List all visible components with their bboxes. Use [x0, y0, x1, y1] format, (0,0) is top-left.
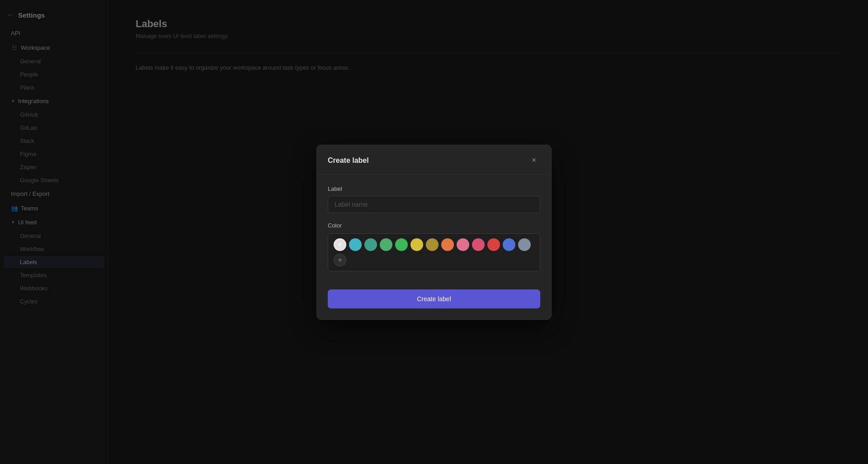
color-option-green[interactable] — [395, 238, 408, 251]
color-option-green-light[interactable] — [380, 238, 392, 251]
main-content: Labels Manage team Ui feed label setting… — [108, 0, 868, 464]
color-dots-container: ✓ — [334, 238, 531, 251]
label-field-label: Label — [328, 185, 540, 192]
color-option-rose[interactable] — [472, 238, 485, 251]
label-name-input[interactable] — [328, 196, 540, 213]
color-option-yellow[interactable] — [410, 238, 423, 251]
modal-header: Create label × — [317, 145, 551, 175]
selected-check: ✓ — [338, 241, 342, 248]
color-option-white[interactable]: ✓ — [334, 238, 346, 251]
modal-close-button[interactable]: × — [528, 154, 540, 167]
color-option-orange[interactable] — [441, 238, 454, 251]
create-label-button[interactable]: Create label — [328, 289, 540, 308]
color-option-cyan[interactable] — [349, 238, 362, 251]
add-custom-color-button[interactable]: + — [334, 254, 346, 266]
color-option-gold[interactable] — [426, 238, 439, 251]
modal-body: Label Color ✓ + — [317, 175, 551, 282]
modal-overlay: Create label × Label Color ✓ + Create la… — [108, 0, 868, 464]
modal-title: Create label — [328, 156, 369, 165]
color-option-pink[interactable] — [457, 238, 469, 251]
color-option-blue[interactable] — [503, 238, 515, 251]
color-option-red[interactable] — [487, 238, 500, 251]
create-label-modal: Create label × Label Color ✓ + Create la… — [316, 145, 552, 320]
modal-footer: Create label — [317, 282, 551, 319]
color-field-label: Color — [328, 222, 540, 229]
color-picker: ✓ + — [328, 233, 540, 271]
color-option-teal[interactable] — [364, 238, 377, 251]
color-option-gray[interactable] — [518, 238, 531, 251]
